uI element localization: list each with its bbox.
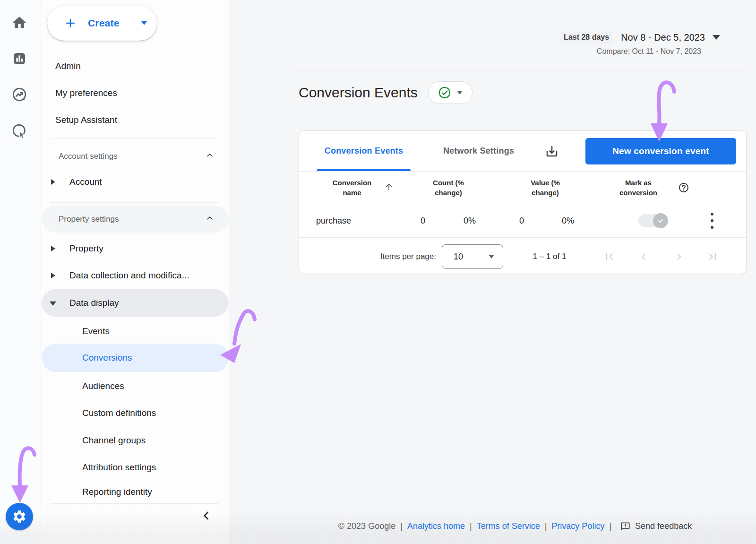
expand-right-icon	[51, 179, 55, 185]
chevron-down-icon	[141, 21, 147, 25]
items-per-page-label: Items per page:	[365, 252, 436, 261]
divider	[50, 503, 218, 504]
check-circle-icon	[438, 86, 451, 99]
date-range-picker[interactable]: Last 28 days Nov 8 - Dec 5, 2023 Compare…	[559, 31, 720, 56]
separator: |	[545, 521, 547, 531]
previous-page-button[interactable]	[637, 250, 650, 263]
analytics-home-link[interactable]: Analytics home	[407, 521, 465, 531]
ga4-admin-page: Create Admin My preferences Setup Assist…	[0, 0, 756, 544]
download-icon	[545, 144, 559, 158]
sidebar-item-events[interactable]: Events	[42, 322, 229, 340]
sidebar-section-property-settings[interactable]: Property settings	[42, 206, 229, 233]
value-change-cell: 0%	[544, 216, 592, 226]
date-compare-value: Compare: Oct 11 - Nov 7, 2023	[559, 47, 720, 56]
chevron-up-icon	[205, 151, 215, 163]
sidebar-item-data-display[interactable]: Data display	[42, 289, 229, 317]
divider	[50, 138, 218, 138]
explore-icon[interactable]	[10, 85, 29, 104]
copyright-text: © 2023 Google	[338, 521, 395, 531]
terms-of-service-link[interactable]: Terms of Service	[477, 521, 540, 531]
create-button[interactable]: Create	[47, 6, 157, 41]
separator: |	[609, 521, 611, 531]
divider	[292, 70, 748, 70]
plus-icon	[63, 16, 77, 30]
conversion-name-cell: purchase	[316, 216, 351, 226]
chevron-up-icon	[205, 213, 215, 225]
admin-sidebar: Create Admin My preferences Setup Assist…	[41, 0, 229, 544]
home-icon[interactable]	[10, 13, 29, 32]
app-icon-rail	[0, 0, 41, 544]
first-page-button[interactable]	[603, 250, 616, 263]
chevron-down-icon	[713, 35, 720, 40]
separator: |	[470, 521, 472, 531]
count-change-cell: 0%	[446, 216, 493, 226]
sidebar-item-data-collection[interactable]: Data collection and modifica...	[42, 267, 229, 285]
sidebar-item-conversions[interactable]: Conversions	[42, 344, 229, 372]
column-header-mark-as-conversion: Mark as conversion	[617, 178, 660, 198]
tab-network-settings[interactable]: Network Settings	[427, 131, 531, 171]
send-feedback-button[interactable]: Send feedback	[620, 521, 692, 532]
sidebar-section-account-settings[interactable]: Account settings	[42, 147, 229, 165]
separator: |	[400, 521, 403, 531]
conversion-events-card: Conversion Events Network Settings New c…	[299, 130, 747, 274]
sidebar-item-property[interactable]: Property	[42, 240, 229, 258]
toggle-knob	[653, 213, 668, 228]
sidebar-item-custom-definitions[interactable]: Custom definitions	[42, 404, 229, 422]
chevron-left-icon	[200, 509, 213, 522]
advertising-icon[interactable]	[10, 121, 29, 140]
help-icon[interactable]	[678, 182, 689, 193]
date-range-badge: Last 28 days	[559, 31, 613, 43]
sidebar-item-account[interactable]: Account	[42, 173, 229, 191]
row-more-menu-button[interactable]	[706, 213, 718, 229]
expand-down-icon	[50, 302, 56, 306]
expand-right-icon	[51, 273, 55, 278]
column-header-value[interactable]: Value (% change)	[526, 178, 564, 198]
sidebar-item-admin[interactable]: Admin	[42, 57, 229, 75]
count-cell: 0	[399, 216, 447, 226]
page-title: Conversion Events	[299, 85, 418, 101]
expand-right-icon	[51, 246, 55, 251]
sidebar-item-my-preferences[interactable]: My preferences	[42, 84, 229, 102]
create-label: Create	[88, 17, 120, 29]
status-dropdown[interactable]	[428, 81, 472, 104]
date-range-value: Nov 8 - Dec 5, 2023	[621, 32, 705, 43]
value-cell: 0	[498, 216, 545, 226]
items-per-page-select[interactable]: 10	[442, 244, 503, 269]
download-button[interactable]	[543, 142, 561, 160]
table-row: purchase 0 0% 0 0%	[299, 204, 746, 238]
page-footer: © 2023 Google | Analytics home | Terms o…	[284, 521, 747, 532]
chevron-down-icon	[457, 91, 463, 95]
sidebar-item-setup-assistant[interactable]: Setup Assistant	[42, 111, 229, 129]
admin-gear-icon	[12, 509, 27, 524]
admin-gear-button[interactable]	[6, 503, 33, 530]
sort-ascending-icon[interactable]	[384, 182, 394, 193]
chevron-down-icon	[489, 255, 494, 259]
reports-icon[interactable]	[10, 49, 29, 68]
annotation-arrow-conversions	[234, 311, 255, 344]
next-page-button[interactable]	[672, 250, 686, 263]
last-page-button[interactable]	[706, 250, 719, 263]
mark-as-conversion-toggle[interactable]	[638, 214, 667, 227]
feedback-icon	[620, 521, 631, 532]
pagination-range: 1 – 1 of 1	[514, 252, 585, 261]
tab-conversion-events[interactable]: Conversion Events	[317, 131, 411, 171]
sidebar-item-attribution-settings[interactable]: Attribution settings	[42, 458, 229, 476]
active-tab-indicator	[317, 169, 411, 171]
sidebar-item-audiences[interactable]: Audiences	[42, 377, 229, 395]
collapse-sidebar-button[interactable]	[199, 509, 214, 523]
annotation-arrow-new-conversion-event	[659, 82, 674, 123]
column-header-count[interactable]: Count (% change)	[430, 178, 467, 198]
new-conversion-event-button[interactable]: New conversion event	[585, 138, 736, 164]
column-header-conversion-name[interactable]: Conversion name	[324, 178, 380, 198]
sidebar-item-channel-groups[interactable]: Channel groups	[42, 432, 229, 449]
sidebar-item-reporting-identity[interactable]: Reporting identity	[42, 483, 229, 501]
privacy-policy-link[interactable]: Privacy Policy	[551, 521, 604, 531]
divider	[50, 202, 218, 203]
